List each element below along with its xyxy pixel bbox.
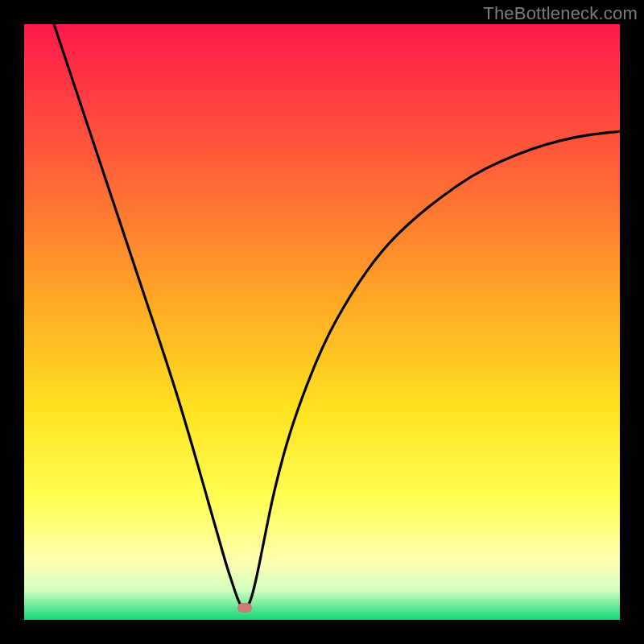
plot-area: [24, 24, 620, 620]
chart-frame: TheBottleneck.com: [0, 0, 644, 644]
watermark-text: TheBottleneck.com: [483, 3, 638, 24]
optimal-point-marker: [237, 603, 252, 613]
bottleneck-curve: [24, 24, 620, 620]
